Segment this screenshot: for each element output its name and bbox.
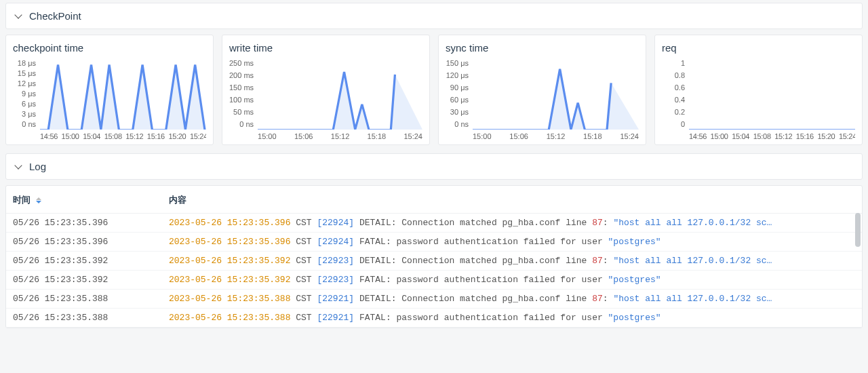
chart-plot[interactable] [40,59,206,130]
y-axis: 250 ms200 ms150 ms100 ms50 ms0 ns [229,59,258,140]
log-content-cell: 2023-05-26 15:23:35.396 CST [22924] DETA… [162,214,862,233]
scrollbar-thumb[interactable] [855,213,861,247]
log-content-cell: 2023-05-26 15:23:35.388 CST [22921] DETA… [162,290,862,309]
log-tbody: 05/26 15:23:35.3962023-05-26 15:23:35.39… [6,214,862,328]
log-header[interactable]: Log [6,154,862,179]
table-row[interactable]: 05/26 15:23:35.3922023-05-26 15:23:35.39… [6,271,862,290]
charts-row: checkpoint time18 μs15 μs12 μs9 μs6 μs3 … [0,35,868,151]
log-section: Log [5,153,863,180]
table-row[interactable]: 05/26 15:23:35.3962023-05-26 15:23:35.39… [6,233,862,252]
log-col-time-header[interactable]: 时间 [6,186,162,214]
log-title: Log [29,161,46,172]
checkpoint-header[interactable]: CheckPoint [6,3,862,28]
chart-title: req [662,42,855,54]
log-col-content-header[interactable]: 内容 [162,186,862,214]
chart-card-sync_time[interactable]: sync time150 μs120 μs90 μs60 μs30 μs0 ns… [438,35,646,145]
log-table-wrap: 时间 内容 05/26 15:23:35.3962023-05-26 15:23… [5,185,863,328]
log-time-cell: 05/26 15:23:35.392 [6,271,162,290]
chart-title: sync time [446,42,639,54]
table-row[interactable]: 05/26 15:23:35.3882023-05-26 15:23:35.38… [6,309,862,328]
log-content-cell: 2023-05-26 15:23:35.396 CST [22924] FATA… [162,233,862,252]
chart-plot[interactable] [473,59,639,130]
y-axis: 10.80.60.40.20 [662,59,689,140]
chart-card-write_time[interactable]: write time250 ms200 ms150 ms100 ms50 ms0… [222,35,430,145]
log-time-cell: 05/26 15:23:35.388 [6,309,162,328]
chevron-down-icon [14,11,22,18]
checkpoint-section: CheckPoint [5,3,863,29]
chart-title: write time [229,42,422,54]
chart-card-req[interactable]: req10.80.60.40.2014:5615:0015:0415:0815:… [654,35,863,145]
chart-card-checkpoint_time[interactable]: checkpoint time18 μs15 μs12 μs9 μs6 μs3 … [5,35,214,145]
chart-title: checkpoint time [13,42,206,54]
checkpoint-title: CheckPoint [29,10,81,22]
chart-plot[interactable] [258,59,422,130]
x-axis: 15:0015:0615:1215:1815:24 [473,130,639,140]
y-axis: 150 μs120 μs90 μs60 μs30 μs0 ns [446,59,473,140]
sort-icon[interactable] [36,197,41,203]
log-time-cell: 05/26 15:23:35.396 [6,233,162,252]
table-row[interactable]: 05/26 15:23:35.3922023-05-26 15:23:35.39… [6,252,862,271]
log-content-cell: 2023-05-26 15:23:35.392 CST [22923] DETA… [162,252,862,271]
x-axis: 14:5615:0015:0415:0815:1215:1615:2015:24 [689,130,855,140]
log-time-cell: 05/26 15:23:35.392 [6,252,162,271]
table-row[interactable]: 05/26 15:23:35.3962023-05-26 15:23:35.39… [6,214,862,233]
x-axis: 15:0015:0615:1215:1815:24 [258,130,422,140]
log-content-cell: 2023-05-26 15:23:35.392 CST [22923] FATA… [162,271,862,290]
log-time-cell: 05/26 15:23:35.396 [6,214,162,233]
x-axis: 14:5615:0015:0415:0815:1215:1615:2015:24 [40,130,206,140]
log-time-cell: 05/26 15:23:35.388 [6,290,162,309]
y-axis: 18 μs15 μs12 μs9 μs6 μs3 μs0 ns [13,59,40,140]
log-table: 时间 内容 05/26 15:23:35.3962023-05-26 15:23… [6,186,862,328]
log-content-cell: 2023-05-26 15:23:35.388 CST [22921] FATA… [162,309,862,328]
chevron-down-icon [14,161,22,169]
chart-plot[interactable] [689,59,855,130]
table-row[interactable]: 05/26 15:23:35.3882023-05-26 15:23:35.38… [6,290,862,309]
